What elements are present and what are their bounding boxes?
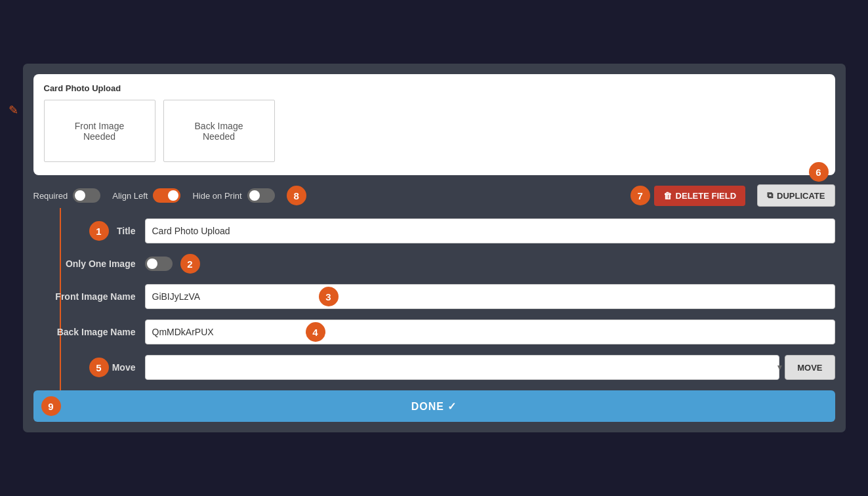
only-one-image-toggle[interactable] (145, 257, 173, 271)
front-image-label: Front ImageNeeded (75, 121, 124, 142)
back-image-label: Back ImageNeeded (195, 121, 243, 142)
align-left-toggle-knob (168, 190, 178, 201)
only-one-image-row: Only One Image 2 (33, 254, 835, 274)
back-image-placeholder[interactable]: Back ImageNeeded (163, 100, 275, 162)
badge-8: 8 (287, 186, 306, 205)
front-image-name-label: Front Image Name (33, 291, 145, 302)
done-row: 9 DONE ✓ (33, 390, 835, 422)
badge-7: 7 (630, 186, 650, 205)
edit-icon-container: ✎ (9, 103, 18, 117)
badge-6: 6 (809, 162, 829, 182)
preview-title: Card Photo Upload (44, 83, 825, 93)
hide-on-print-toggle-group: Hide on Print (192, 188, 274, 203)
front-image-name-input[interactable] (145, 284, 835, 309)
align-left-toggle-group: Align Left (112, 188, 180, 203)
move-select-container: ▼ MOVE (145, 355, 835, 380)
hide-on-print-toggle[interactable] (247, 188, 275, 203)
badge-1: 1 (89, 221, 109, 241)
back-image-name-input[interactable] (145, 320, 835, 344)
toolbar-row: Required Align Left Hide on Print 8 7 (33, 184, 835, 207)
move-button[interactable]: MOVE (785, 355, 835, 380)
back-image-name-label: Back Image Name (33, 327, 145, 337)
trash-icon: 🗑 (663, 191, 672, 201)
image-placeholders: Front ImageNeeded Back ImageNeeded (44, 100, 825, 162)
delete-field-button[interactable]: 🗑 DELETE FIELD (654, 186, 745, 206)
duplicate-button[interactable]: ⧉ DUPLICATE (757, 184, 835, 207)
badge-9: 9 (41, 396, 61, 416)
align-left-label: Align Left (112, 191, 148, 201)
required-toggle-knob (75, 190, 85, 201)
duplicate-icon: ⧉ (767, 190, 773, 201)
badge-2: 2 (180, 254, 200, 274)
title-row: 1 Title (33, 218, 835, 243)
align-left-toggle[interactable] (153, 188, 180, 203)
edit-icon[interactable]: ✎ (9, 104, 18, 117)
done-button[interactable]: DONE ✓ (33, 390, 835, 422)
preview-section: Card Photo Upload Front ImageNeeded Back… (33, 74, 835, 175)
front-image-placeholder[interactable]: Front ImageNeeded (44, 100, 155, 162)
badge-4: 4 (306, 322, 325, 342)
hide-on-print-toggle-knob (249, 190, 260, 201)
move-select[interactable] (145, 355, 780, 380)
main-container: ✎ Card Photo Upload Front ImageNeeded Ba… (21, 62, 848, 434)
badge-3: 3 (319, 287, 339, 306)
only-one-image-label: Only One Image (33, 258, 145, 269)
title-input[interactable] (145, 218, 835, 243)
required-toggle-group: Required (33, 188, 101, 203)
hide-on-print-label: Hide on Print (192, 191, 241, 201)
move-row: 5 Move ▼ MOVE (33, 355, 835, 380)
required-toggle[interactable] (73, 188, 100, 203)
badge-5: 5 (89, 358, 109, 377)
duplicate-label: DUPLICATE (777, 191, 825, 201)
front-image-name-row: Front Image Name 3 (33, 284, 835, 309)
delete-label: DELETE FIELD (676, 191, 736, 201)
back-image-name-row: Back Image Name 4 (33, 320, 835, 344)
done-label: DONE ✓ (411, 400, 457, 413)
only-one-image-knob (147, 258, 157, 269)
required-label: Required (33, 191, 68, 201)
